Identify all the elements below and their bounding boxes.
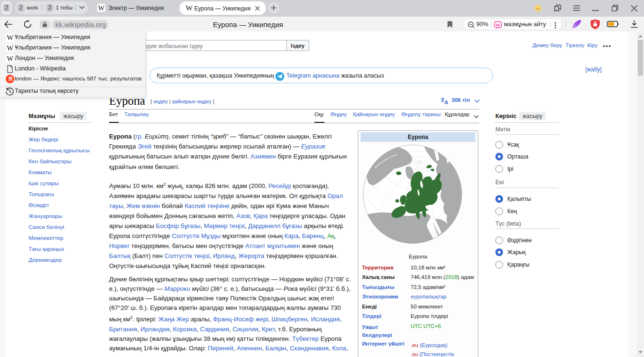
svg-text:A: A	[444, 99, 448, 104]
svg-text:66: 66	[496, 23, 500, 27]
svg-text:Я: Я	[9, 76, 13, 82]
